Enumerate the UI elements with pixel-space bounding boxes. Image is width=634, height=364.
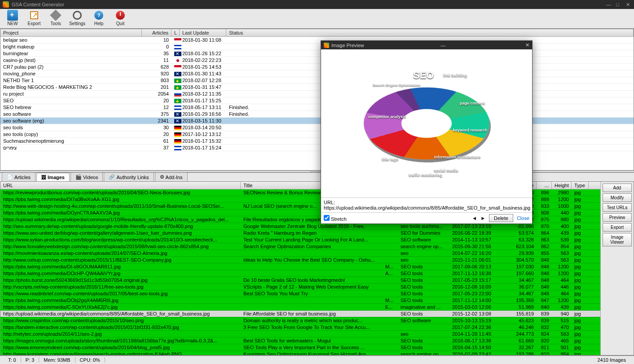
new-button[interactable]: NEW (3, 10, 22, 28)
col-status[interactable]: Status (226, 29, 634, 36)
tools-icon (50, 9, 61, 21)
col-url[interactable]: URL (0, 182, 241, 189)
power-icon (116, 11, 125, 20)
image-row[interactable]: http://www.foxvalleywebdesign.com/wp-con… (0, 243, 600, 250)
tab-articles[interactable]: 📄Articles (2, 172, 35, 181)
col-project[interactable]: Project (0, 29, 142, 36)
flag-icon (174, 58, 181, 63)
add-button[interactable]: Add (603, 184, 632, 192)
project-row[interactable]: moving_phone9202018-01-30 11:43 (0, 70, 634, 77)
image-row[interactable]: http://netytec.com/uploads/2014/11/seo-2… (0, 331, 600, 338)
tab-images[interactable]: 🖼Images (36, 173, 70, 181)
preview-logo-icon (324, 43, 329, 48)
project-row[interactable]: casino-jp (test)112018-02-22 22:23 (0, 57, 634, 64)
project-row[interactable]: CR7 pulau pari (2)6282018-01-25 14:53 (0, 64, 634, 70)
project-row[interactable]: bright makeup0 (0, 44, 634, 50)
preview-controls: Stretch ◄ ► Delete Close (321, 212, 532, 224)
help-button[interactable]: ?Help (89, 10, 109, 28)
close-icon[interactable]: ✕ (626, 2, 631, 7)
minimize-icon[interactable]: — (606, 2, 612, 7)
seo-donut-chart: SEO link building page content keyword r… (364, 61, 489, 186)
preview-titlebar[interactable]: Image Preview — ✕ (321, 41, 532, 49)
app-logo-icon (3, 1, 9, 8)
titlebar: GSA Content Generator — □ ✕ (0, 0, 634, 9)
image-row[interactable]: https://tandem-interactive.com/wp-conten… (0, 324, 600, 331)
col-articles[interactable]: Articles (142, 29, 172, 36)
image-row[interactable]: https://movimientoavanza.es/wp-content/u… (0, 250, 600, 257)
test-urls-button[interactable]: Test URLs (603, 203, 632, 212)
project-row[interactable]: seo tools (copy)202017-10-12 13:12 (0, 131, 634, 138)
project-row[interactable]: Rede Blog NEGOCIOS - MARKETING 22012018-… (0, 84, 634, 91)
image-viewer-button[interactable]: Image Viewer (603, 233, 632, 246)
flag-icon (174, 52, 181, 56)
col-dots[interactable]: ... (537, 182, 552, 189)
preview-next-button[interactable]: ► (480, 215, 485, 221)
preview-minimize-icon[interactable]: — (440, 43, 445, 48)
flag-icon (174, 112, 181, 117)
image-row[interactable]: https://www.seo-united.de/blog/wp-conten… (0, 230, 600, 237)
settings-button[interactable]: Settings (67, 10, 87, 28)
status-count: 2410 Images (593, 357, 630, 363)
app-title: GSA Content Generator (12, 2, 64, 7)
image-row[interactable]: https://www.emoneyindeed.com/wp-content/… (0, 344, 600, 351)
images-sidebar: Add Modify Test URLs Preview Export Imag… (600, 182, 634, 355)
image-row[interactable]: https://pbs.twimg.com/media/DObj2gqX4AM6… (0, 297, 600, 304)
preview-prev-button[interactable]: ◄ (472, 215, 477, 221)
tab-videos[interactable]: 🎬Videos (70, 172, 103, 181)
image-row[interactable]: https://pbs.twimg.com/media/C-5OxYUXsAE2… (0, 304, 600, 311)
export-icon (30, 11, 38, 19)
help-icon: ? (94, 11, 103, 20)
col-height[interactable]: Height (552, 182, 572, 189)
project-row[interactable]: SEO202018-01-17 15:25 (0, 97, 634, 104)
preview-delete-button[interactable]: Delete (489, 214, 513, 222)
preview-close-link[interactable]: Close (517, 215, 529, 221)
preview-button[interactable]: Preview (603, 213, 632, 222)
preview-url-row: URL: https://upload.wikimedia.org/wikipe… (321, 197, 532, 212)
tab-authority-links[interactable]: 🔗Authority Links (104, 172, 154, 181)
image-row[interactable]: https://www.readinbrief.com/wp-content/u… (0, 290, 600, 297)
project-row[interactable]: seo software3752018-01-29 16:56Finished. (0, 111, 634, 118)
modify-button[interactable]: Modify (603, 193, 632, 202)
image-row[interactable]: https://www.sytian-productions.com/blog/… (0, 237, 600, 243)
project-row[interactable]: ru project20542018-03-12 11:35 (0, 91, 634, 97)
main-toolbar: NEW Export Tools Settings ?Help Quit (0, 9, 634, 29)
export-images-button[interactable]: Export (603, 223, 632, 232)
image-row[interactable]: https://pbs.twimg.com/media/DOcHP-QW4AAi… (0, 270, 600, 277)
image-row[interactable]: https://pbs.twimg.com/media/DI-s8GOUMAAR… (0, 263, 600, 270)
pane-divider[interactable] (0, 171, 634, 172)
project-row[interactable]: seo software (eng)23412018-03-15 11:30 (0, 118, 634, 124)
preview-image-area: SEO link building page content keyword r… (321, 49, 532, 197)
col-lastupdate[interactable]: Last Update (180, 29, 226, 36)
image-row[interactable]: http://seo-summary.de/wp-content/uploads… (0, 223, 600, 230)
image-row[interactable]: http://www.kursistem.com/upload/images/s… (0, 351, 600, 355)
project-row[interactable]: צימרים372018-01-17 15:24 (0, 145, 634, 151)
quit-button[interactable]: Quit (110, 10, 130, 28)
image-row[interactable]: https://photo.burst.zone/59243669d15d1c3… (0, 277, 600, 284)
preview-close-icon[interactable]: ✕ (525, 42, 529, 48)
status-t: T: 0 (4, 357, 21, 363)
image-row[interactable]: http://www.oshup.com/wp-content/uploads/… (0, 257, 600, 263)
project-row[interactable]: Suchmaschinenoptimierung612018-01-17 15:… (0, 138, 634, 145)
project-table: Project Articles L Last Update Status be… (0, 29, 634, 171)
project-row[interactable]: SEO hebrew122018-05-17 13:11Finished. (0, 104, 634, 111)
col-type[interactable]: Type (572, 182, 589, 189)
export-button[interactable]: Export (24, 10, 44, 28)
stretch-checkbox[interactable]: Stretch (324, 215, 347, 222)
project-row[interactable]: burningtear352018-01-26 15:22 (0, 50, 634, 57)
image-row[interactable]: https://images.onmogul.com/uploads/story… (0, 338, 600, 344)
project-header: Project Articles L Last Update Status (0, 29, 634, 37)
project-row[interactable]: seo tools302018-03-14 20:50 (0, 124, 634, 131)
project-row[interactable]: belajar seo102018-01-30 11:08 (0, 37, 634, 44)
flag-icon (174, 72, 181, 76)
tab-addins[interactable]: ⚙Add-Ins (155, 172, 188, 181)
project-row[interactable]: NETHD Tier 18032018-02-07 12:28 (0, 77, 634, 84)
image-preview-window: Image Preview — ✕ SEO link building page… (321, 40, 533, 224)
col-language[interactable]: L (172, 29, 180, 36)
tools-button[interactable]: Tools (46, 10, 66, 28)
image-row[interactable]: https://upload.wikimedia.org/wikipedia/c… (0, 311, 600, 317)
preview-url-label: URL: (324, 200, 335, 205)
image-row[interactable]: https://www.crispinfox.com/wp-content/up… (0, 317, 600, 324)
preview-url-value: https://upload.wikimedia.org/wikipedia/c… (324, 205, 530, 211)
maximize-icon[interactable]: □ (616, 2, 621, 7)
image-row[interactable]: http://vscripts.net/wp-content/uploads/2… (0, 284, 600, 290)
